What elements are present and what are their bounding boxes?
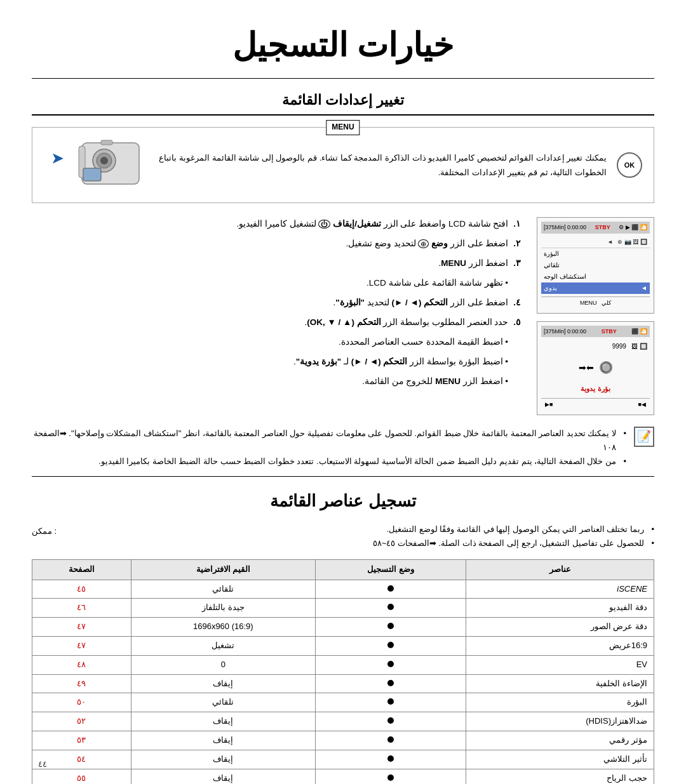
screen1-header-icons: 🎦 ⬛ ▶ ⚙ bbox=[619, 223, 647, 232]
mode-dot bbox=[387, 774, 394, 781]
bullet-sub: • bbox=[505, 278, 508, 288]
page-title: خيارات التسجيل bbox=[32, 19, 654, 72]
section-divider bbox=[32, 476, 654, 477]
notes-section: 📝 لا يمكنك تحديد العناصر المعتمة بالقائم… bbox=[32, 427, 654, 468]
step-5-sub3: • اضغط الزر MENU للخروج من القائمة. bbox=[32, 375, 521, 389]
screen2-controls: 🔘 ⬅➡ bbox=[541, 354, 650, 382]
menu-box-text: يمكنك تغيير إعدادات القوائم لتخصيص كامير… bbox=[156, 150, 607, 180]
screen1-footer: كلي MENU bbox=[541, 296, 650, 309]
cell-default: تلقائي bbox=[131, 580, 315, 599]
screen2-footer: ◀■ ■▶ bbox=[541, 398, 650, 410]
cell-mode bbox=[315, 693, 466, 712]
mode-dot bbox=[387, 680, 394, 686]
cell-default: تشغيل bbox=[131, 636, 315, 655]
screen1-item-face: استكشاف الوجه bbox=[541, 271, 650, 282]
cell-page: ٤٥ bbox=[32, 580, 131, 599]
mode-dot bbox=[387, 642, 394, 648]
screen1-time: 0:00:00 [375Min] bbox=[544, 223, 586, 232]
cell-page: ٤٧ bbox=[32, 618, 131, 637]
table-row: حجب الرياحإيقاف٥٥ bbox=[32, 769, 654, 784]
cell-page: ٥٢ bbox=[32, 712, 131, 731]
table-row: الإضاءة الخلفيةإيقاف٤٩ bbox=[32, 674, 654, 693]
cell-default: تلقائي bbox=[131, 693, 315, 712]
cell-default: إيقاف bbox=[131, 731, 315, 750]
step-5: ٥. حدد العنصر المطلوب بواسطة الزر التحكم… bbox=[32, 316, 521, 330]
cell-element-name: حجب الرياح bbox=[466, 769, 654, 784]
face-label: استكشاف الوجه bbox=[544, 272, 586, 282]
notes-list: لا يمكنك تحديد العناصر المعتمة بالقائمة … bbox=[32, 427, 626, 468]
note-2: من خلال الصفحة التالية، يتم تقديم دليل ا… bbox=[32, 455, 626, 468]
cell-element-name: الإضاءة الخلفية bbox=[466, 674, 654, 693]
step-5-num: ٥. bbox=[513, 317, 521, 327]
cell-element-name: EV bbox=[466, 655, 654, 674]
screen1-item-bokeh: البؤرة bbox=[541, 248, 650, 260]
cell-mode bbox=[315, 599, 466, 618]
step-5-sub2-bold: التحكم (◄ / ►) bbox=[351, 357, 408, 366]
step-1-icon: ⏻ bbox=[318, 220, 330, 229]
auto-label: تلقائي bbox=[544, 260, 560, 270]
ok-label: OK bbox=[624, 160, 635, 171]
col-header-mode: وضع التسجيل bbox=[315, 559, 466, 580]
cell-element-name: ضدالاهتزاز(HDIS) bbox=[466, 712, 654, 731]
step-5-sub3-bold: MENU bbox=[435, 376, 461, 386]
table-row: EV0٤٨ bbox=[32, 655, 654, 674]
table-row: تأثير التلاشيإيقاف٥٤ bbox=[32, 750, 654, 769]
cell-mode bbox=[315, 580, 466, 599]
bokeh-label: البؤرة bbox=[544, 249, 559, 259]
cell-mode bbox=[315, 618, 466, 637]
svg-rect-6 bbox=[83, 168, 101, 181]
table-row: ضدالاهتزاز(HDIS)إيقاف٥٢ bbox=[32, 712, 654, 731]
svg-rect-4 bbox=[101, 140, 112, 145]
cell-element-name: مؤثر رقمي bbox=[466, 731, 654, 750]
cell-mode bbox=[315, 655, 466, 674]
screen1-item-manual: ◄ يدوي bbox=[541, 282, 650, 294]
screen2-header: 🎦 ⬛ STBY 0:00:00 [375Min] bbox=[541, 326, 650, 337]
mode-dot bbox=[387, 585, 394, 592]
step-3-sub: • تظهر شاشة القائمة على شاشة LCD. bbox=[32, 276, 521, 291]
col-header-elements: عناصر bbox=[466, 559, 654, 580]
step-5-bold: التحكم (▲ / ▼ ,OK) bbox=[307, 317, 380, 327]
cell-default: 1696x960 (16:9) bbox=[131, 618, 315, 637]
step-4-num: ٤. bbox=[513, 298, 521, 307]
step-3: ٣. اضغط الزر MENU. bbox=[32, 256, 521, 271]
cell-default: إيقاف bbox=[131, 750, 315, 769]
intro-list: ربما تختلف العناصر التي يمكن الوصول إليه… bbox=[32, 522, 654, 550]
section2-title: تسجيل عناصر القائمة bbox=[32, 488, 654, 515]
intro-bullet-1: ربما تختلف العناصر التي يمكن الوصول إليه… bbox=[32, 522, 654, 536]
step-5-sub2-quote: "بؤرة يدوية" bbox=[296, 357, 342, 366]
table-body: iSCENEتلقائي٤٥دقة الفيديوجيدة بالتلفاز٤٦… bbox=[32, 580, 654, 784]
screen1-footer-label: كلي bbox=[602, 300, 611, 306]
cell-default: إيقاف bbox=[131, 674, 315, 693]
ok-button-diagram: OK bbox=[617, 152, 642, 178]
intro-bullet-2: للحصول على تفاصيل التشغيل، ارجع إلى الصف… bbox=[32, 536, 654, 550]
title-divider bbox=[32, 78, 654, 79]
step-5-sub1: • اضبط القيمة المحددة حسب العناصر المحدد… bbox=[32, 335, 521, 350]
step-3-num: ٣. bbox=[513, 258, 521, 268]
screen1-menu-icon: MENU bbox=[580, 300, 597, 306]
table-row: iSCENEتلقائي٤٥ bbox=[32, 580, 654, 599]
cell-element-name: دقة الفيديو bbox=[466, 599, 654, 618]
bullet-sub2: • bbox=[505, 357, 508, 366]
bullet-sub3: • bbox=[505, 376, 508, 386]
cell-mode bbox=[315, 674, 466, 693]
mode-dot bbox=[387, 604, 394, 610]
step-4-bold: التحكم (◄ / ►) bbox=[392, 298, 448, 307]
screen2-forward-icon: ■▶ bbox=[545, 400, 553, 409]
col-header-page: الصفحة bbox=[32, 559, 131, 580]
cell-mode bbox=[315, 769, 466, 784]
step-2: ٢. اضغط على الزر وضع ⊕ لتحديد وضع تشغيل. bbox=[32, 237, 521, 251]
cell-element-name: 16:9عريض bbox=[466, 636, 654, 655]
screen2-time: 0:00:00 [375Min] bbox=[544, 327, 586, 336]
step-3-bold: MENU bbox=[441, 258, 466, 268]
step-1: ١. افتح شاشة LCD واضغط على الزر تشغيل/إي… bbox=[32, 217, 521, 232]
screen2-header-icons: 🎦 ⬛ bbox=[631, 327, 647, 336]
instructions-list: ١. افتح شاشة LCD واضغط على الزر تشغيل/إي… bbox=[32, 217, 521, 415]
screen2-arrows-icon: ⬅➡ bbox=[579, 361, 594, 375]
mode-dot bbox=[387, 736, 394, 743]
manual-label: يدوي bbox=[544, 283, 557, 293]
cell-default: إيقاف bbox=[131, 712, 315, 731]
note-1: لا يمكنك تحديد العناصر المعتمة بالقائمة … bbox=[32, 427, 626, 455]
iscene-label: iSCENE bbox=[617, 584, 647, 594]
screen1-stby: STBY bbox=[595, 223, 610, 232]
cell-element-name: دقة عرض الصور bbox=[466, 618, 654, 637]
